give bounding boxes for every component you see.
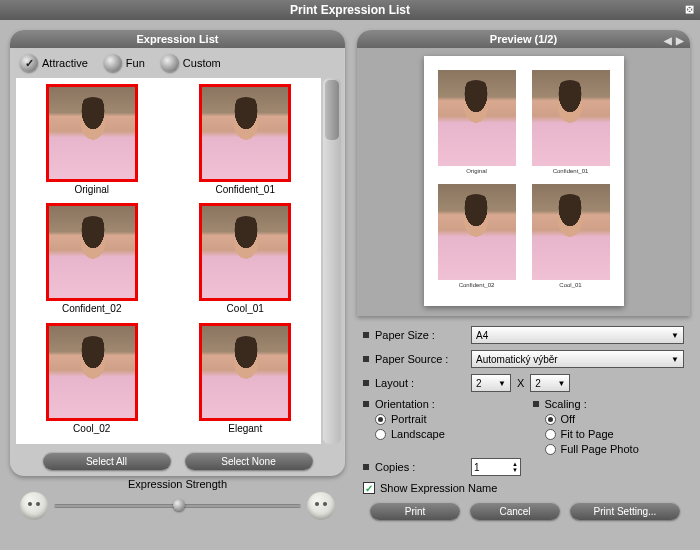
slider-knob[interactable] [173,499,185,511]
orientation-landscape-radio[interactable]: Landscape [375,428,515,440]
expression-thumb[interactable]: Cool_01 [172,203,320,318]
checkbox-icon: ✓ [363,482,375,494]
prev-page-icon[interactable]: ◀ [664,32,672,50]
show-name-checkbox[interactable]: ✓Show Expression Name [363,482,684,494]
next-page-icon[interactable]: ▶ [676,32,684,50]
chevron-down-icon: ▼ [557,379,565,388]
scaling-label: Scaling : [545,398,641,410]
strength-label: Expression Strength [20,478,335,490]
expression-thumb[interactable]: Original [18,84,166,199]
preview-image [532,184,610,280]
thumbnail-image [46,323,138,421]
dot-icon [104,54,122,72]
orientation-label: Orientation : [375,398,471,410]
chevron-down-icon: ▼ [498,379,506,388]
expression-thumb[interactable]: Elegant [172,323,320,438]
spin-down-icon[interactable]: ▼ [512,467,518,473]
expression-thumb[interactable]: Cool_02 [18,323,166,438]
paper-source-label: Paper Source : [375,353,471,365]
thumbnail-image [199,323,291,421]
thumbnail-image [46,203,138,301]
scroll-thumb[interactable] [325,80,339,140]
orientation-portrait-radio[interactable]: Portrait [375,413,515,425]
layout-cols-select[interactable]: 2▼ [471,374,511,392]
scaling-off-radio[interactable]: Off [545,413,685,425]
preview-page: Original Confident_01 Confident_02 Cool_… [424,56,624,306]
select-none-button[interactable]: Select None [185,452,313,470]
thumbnail-image [199,84,291,182]
window-title: Print Expression List [290,3,410,17]
tab-fun[interactable]: Fun [104,54,145,72]
face-neutral-icon [20,492,48,520]
close-icon[interactable]: ⊠ [682,2,696,16]
expression-grid: Original Confident_01 Confident_02 Cool_… [16,78,321,444]
layout-label: Layout : [375,377,471,389]
scaling-full-radio[interactable]: Full Page Photo [545,443,685,455]
preview-image [438,70,516,166]
preview-area: Original Confident_01 Confident_02 Cool_… [357,48,690,316]
thumbnail-image [46,84,138,182]
tab-custom[interactable]: Custom [161,54,221,72]
expression-thumb[interactable]: Confident_02 [18,203,166,318]
scrollbar[interactable] [323,78,341,444]
print-setting-button[interactable]: Print Setting... [570,502,680,520]
expression-list-title: Expression List [10,30,345,48]
scaling-fit-radio[interactable]: Fit to Page [545,428,685,440]
copies-spinner[interactable]: 1▲▼ [471,458,521,476]
paper-size-select[interactable]: A4▼ [471,326,684,344]
print-button[interactable]: Print [370,502,460,520]
title-bar: Print Expression List ⊠ [0,0,700,20]
copies-label: Copies : [375,461,471,473]
expression-thumb[interactable]: Confident_01 [172,84,320,199]
thumbnail-image [199,203,291,301]
layout-rows-select[interactable]: 2▼ [530,374,570,392]
paper-size-label: Paper Size : [375,329,471,341]
strength-slider[interactable] [54,504,301,508]
chevron-down-icon: ▼ [671,331,679,340]
select-all-button[interactable]: Select All [43,452,171,470]
preview-image [532,70,610,166]
check-icon [20,54,38,72]
chevron-down-icon: ▼ [671,355,679,364]
dot-icon [161,54,179,72]
preview-title: Preview (1/2) ◀ ▶ [357,30,690,48]
face-strong-icon [307,492,335,520]
cancel-button[interactable]: Cancel [470,502,560,520]
paper-source-select[interactable]: Automatický výběr▼ [471,350,684,368]
tab-attractive[interactable]: Attractive [20,54,88,72]
preview-image [438,184,516,280]
